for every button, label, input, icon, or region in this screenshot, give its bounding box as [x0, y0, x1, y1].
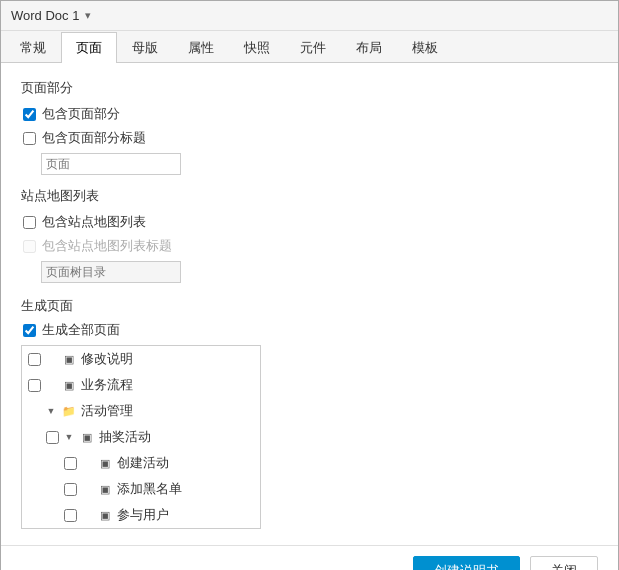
tree-row: ▶ ▣ 参与用户	[22, 502, 260, 528]
tree-item-label: 创建活动	[117, 454, 169, 472]
tree-item-label: 修改说明	[81, 350, 133, 368]
tab-properties[interactable]: 属性	[173, 32, 229, 63]
include-page-section-title-checkbox[interactable]	[23, 132, 36, 145]
footer: 创建说明书 关闭	[1, 545, 618, 570]
tree-checkbox[interactable]	[64, 457, 77, 470]
include-sitemap-row: 包含站点地图列表	[21, 213, 598, 231]
tab-bar: 常规 页面 母版 属性 快照 元件 布局 模板	[1, 31, 618, 63]
page-icon: ▣	[79, 429, 95, 445]
page-icon: ▣	[97, 507, 113, 523]
page-section-label: 页面部分	[21, 79, 598, 97]
include-page-section-title-row: 包含页面部分标题	[21, 129, 598, 147]
generate-all-checkbox[interactable]	[23, 324, 36, 337]
tab-template[interactable]: 模板	[397, 32, 453, 63]
tree-checkbox[interactable]	[64, 509, 77, 522]
title-dropdown-arrow[interactable]: ▾	[85, 9, 91, 22]
include-sitemap-label[interactable]: 包含站点地图列表	[42, 213, 146, 231]
include-page-section-row: 包含页面部分	[21, 105, 598, 123]
page-icon: ▣	[61, 377, 77, 393]
tree-checkbox[interactable]	[28, 353, 41, 366]
tree-item-label: 抽奖活动	[99, 428, 151, 446]
tab-elements[interactable]: 元件	[285, 32, 341, 63]
expand-arrow[interactable]: ▼	[63, 431, 75, 443]
tree-row: ▼ ▣ 抽奖活动	[22, 424, 260, 450]
include-sitemap-title-label: 包含站点地图列表标题	[42, 237, 172, 255]
tab-snapshot[interactable]: 快照	[229, 32, 285, 63]
include-sitemap-title-row: 包含站点地图列表标题	[21, 237, 598, 255]
expand-arrow[interactable]: ▼	[45, 405, 57, 417]
tree-checkbox[interactable]	[46, 431, 59, 444]
sitemap-input	[41, 261, 181, 283]
include-page-section-checkbox[interactable]	[23, 108, 36, 121]
page-icon: ▣	[61, 351, 77, 367]
tree-row: ▶ ▣ 添加黑名单	[22, 476, 260, 502]
tree-checkbox[interactable]	[28, 379, 41, 392]
tree-row: ▶ ▣ 业务流程	[22, 372, 260, 398]
tree-row: ▶ ▣ 修改说明	[22, 346, 260, 372]
include-page-section-title-label[interactable]: 包含页面部分标题	[42, 129, 146, 147]
page-icon: ▣	[97, 455, 113, 471]
window-title: Word Doc 1	[11, 8, 79, 23]
title-bar: Word Doc 1 ▾	[1, 1, 618, 31]
folder-icon: 📁	[61, 403, 77, 419]
generate-all-row: 生成全部页面	[21, 321, 598, 339]
include-sitemap-checkbox[interactable]	[23, 216, 36, 229]
page-icon: ▣	[97, 481, 113, 497]
tree-item-label: 业务流程	[81, 376, 133, 394]
dialog-window: Word Doc 1 ▾ 常规 页面 母版 属性 快照 元件 布局 模板 页面部…	[0, 0, 619, 570]
page-tree: ▶ ▣ 修改说明 ▶ ▣ 业务流程 ▼ 📁 活动管理 ▼	[21, 345, 261, 529]
close-button[interactable]: 关闭	[530, 556, 598, 570]
page-input[interactable]	[41, 153, 181, 175]
generate-section-label: 生成页面	[21, 297, 598, 315]
tab-page[interactable]: 页面	[61, 32, 117, 63]
tree-item-label: 添加黑名单	[117, 480, 182, 498]
include-sitemap-title-checkbox[interactable]	[23, 240, 36, 253]
sitemap-section-label: 站点地图列表	[21, 187, 598, 205]
tree-checkbox[interactable]	[64, 483, 77, 496]
content-area: 页面部分 包含页面部分 包含页面部分标题 站点地图列表 包含站点地图列表 包含站…	[1, 63, 618, 545]
tab-master[interactable]: 母版	[117, 32, 173, 63]
generate-all-label[interactable]: 生成全部页面	[42, 321, 120, 339]
create-doc-button[interactable]: 创建说明书	[413, 556, 520, 570]
tree-item-label: 活动管理	[81, 402, 133, 420]
tab-general[interactable]: 常规	[5, 32, 61, 63]
tree-row: ▼ 📁 活动管理	[22, 398, 260, 424]
tree-item-label: 参与用户	[117, 506, 169, 524]
tab-layout[interactable]: 布局	[341, 32, 397, 63]
include-page-section-label[interactable]: 包含页面部分	[42, 105, 120, 123]
tree-row: ▶ ▣ 创建活动	[22, 450, 260, 476]
